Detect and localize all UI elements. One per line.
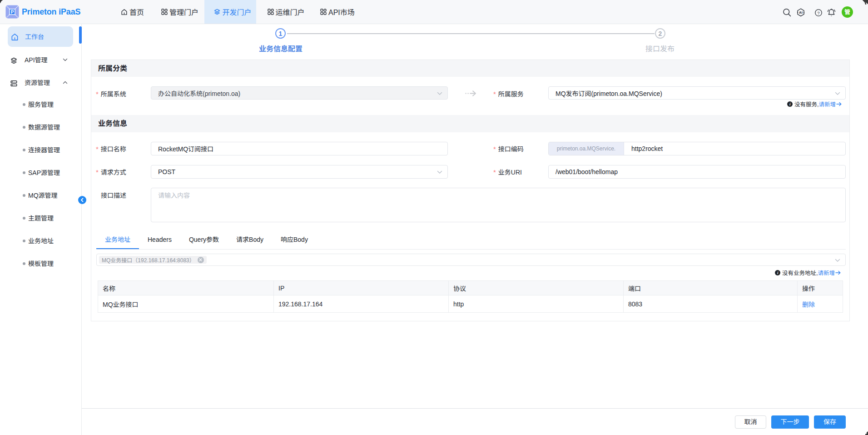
svg-text:AI: AI	[799, 10, 803, 15]
svg-text:?: ?	[817, 10, 819, 15]
svg-text:P: P	[11, 10, 14, 15]
